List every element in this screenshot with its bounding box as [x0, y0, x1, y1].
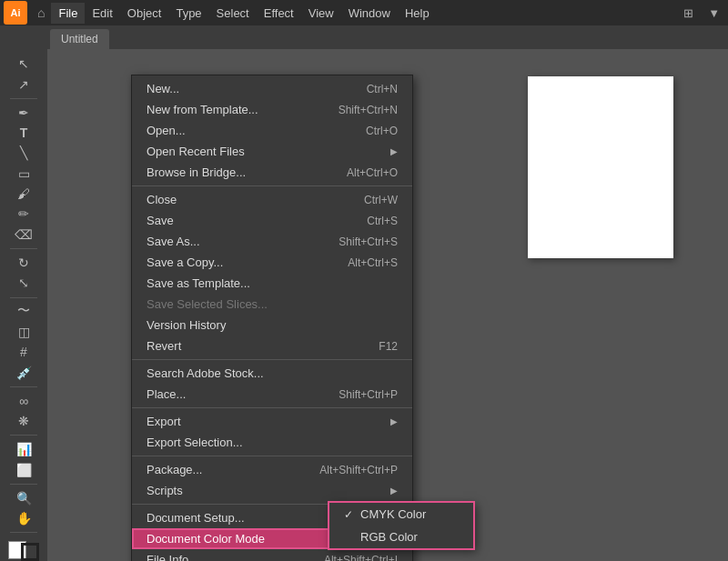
- toolbar: ↖ ↗ ✒ T ╲ ▭ 🖌 ✏ ⌫ ↻ ⤡ 〜 ◫ # 💉 ∞ ❋ 📊 ⬜ 🔍 …: [0, 49, 47, 561]
- menu-save-copy[interactable]: Save a Copy... Alt+Ctrl+S: [132, 252, 412, 273]
- menu-revert-label: Revert: [147, 339, 181, 353]
- menu-save-template[interactable]: Save as Template...: [132, 273, 412, 294]
- tool-separator-3: [10, 297, 37, 298]
- line-tool[interactable]: ╲: [8, 144, 39, 162]
- tool-separator-1: [10, 98, 37, 99]
- menu-open-recent-label: Open Recent Files: [147, 145, 245, 158]
- submenu-rgb[interactable]: ✓ RGB Color: [329, 526, 473, 548]
- menu-place-label: Place...: [147, 387, 186, 401]
- menu-save-selected-slices: Save Selected Slices...: [132, 294, 412, 315]
- grid-icon[interactable]: ⊞: [679, 5, 698, 22]
- menu-group-stock: Search Adobe Stock... Place... Shift+Ctr…: [132, 360, 412, 408]
- artboard-tool[interactable]: ⬜: [8, 460, 39, 478]
- eraser-tool[interactable]: ⌫: [8, 225, 39, 244]
- menu-export-selection[interactable]: Export Selection...: [132, 432, 412, 453]
- rect-tool[interactable]: ▭: [8, 165, 39, 183]
- eyedropper-tool[interactable]: 💉: [8, 363, 39, 381]
- menu-package-label: Package...: [147, 463, 202, 476]
- document-tab[interactable]: Untitled: [50, 29, 109, 49]
- color-boxes[interactable]: [8, 541, 39, 561]
- mesh-tool[interactable]: #: [8, 343, 39, 361]
- menu-export-label: Export: [147, 415, 181, 428]
- menu-scripts[interactable]: Scripts ▶: [132, 480, 412, 501]
- menu-view[interactable]: View: [301, 3, 341, 24]
- hand-tool[interactable]: ✋: [8, 509, 39, 527]
- menu-close[interactable]: Close Ctrl+W: [132, 189, 412, 210]
- chevron-down-icon[interactable]: ▼: [703, 5, 724, 22]
- symbol-tool[interactable]: ❋: [8, 412, 39, 430]
- menu-file-info[interactable]: File Info... Alt+Shift+Ctrl+I: [132, 549, 412, 561]
- paintbrush-tool[interactable]: 🖌: [8, 185, 39, 203]
- menu-group-export: Export ▶ Export Selection...: [132, 408, 412, 456]
- ai-logo: Ai: [4, 1, 27, 25]
- zoom-tool[interactable]: 🔍: [8, 489, 39, 507]
- menu-save[interactable]: Save Ctrl+S: [132, 210, 412, 231]
- menu-save-as-label: Save As...: [147, 235, 200, 248]
- menu-edit[interactable]: Edit: [85, 3, 119, 24]
- menu-bar: Ai ⌂ File Edit Object Type Select Effect…: [0, 0, 728, 25]
- menu-new-label: New...: [147, 82, 179, 95]
- submenu-rgb-label: RGB Color: [360, 530, 418, 544]
- menu-open[interactable]: Open... Ctrl+O: [132, 120, 412, 141]
- menu-group-new: New... Ctrl+N New from Template... Shift…: [132, 75, 412, 186]
- menu-browse-bridge[interactable]: Browse in Bridge... Alt+Ctrl+O: [132, 162, 412, 183]
- home-icon[interactable]: ⌂: [33, 4, 49, 22]
- menu-items: File Edit Object Type Select Effect View…: [51, 3, 436, 24]
- menu-new[interactable]: New... Ctrl+N: [132, 78, 412, 99]
- menu-close-shortcut: Ctrl+W: [364, 194, 398, 206]
- menu-browse-bridge-shortcut: Alt+Ctrl+O: [347, 166, 398, 179]
- menu-version-history[interactable]: Version History: [132, 315, 412, 336]
- menu-new-from-template[interactable]: New from Template... Shift+Ctrl+N: [132, 99, 412, 120]
- menu-package[interactable]: Package... Alt+Shift+Ctrl+P: [132, 459, 412, 480]
- submenu-cmyk[interactable]: ✓ CMYK Color: [329, 503, 473, 526]
- tool-separator-6: [10, 484, 37, 485]
- menu-save-as[interactable]: Save As... Shift+Ctrl+S: [132, 231, 412, 252]
- menu-search-stock[interactable]: Search Adobe Stock...: [132, 363, 412, 384]
- artboard: [528, 76, 673, 258]
- select-tool[interactable]: ↖: [8, 55, 39, 73]
- menu-help[interactable]: Help: [398, 3, 437, 24]
- menu-file[interactable]: File: [51, 3, 85, 24]
- color-mode-submenu: ✓ CMYK Color ✓ RGB Color: [329, 502, 474, 549]
- menu-package-shortcut: Alt+Shift+Ctrl+P: [319, 464, 398, 476]
- direct-select-tool[interactable]: ↗: [8, 75, 39, 93]
- menu-new-from-template-label: New from Template...: [147, 103, 258, 116]
- menu-document-color-mode-label: Document Color Mode: [147, 532, 265, 546]
- scale-tool[interactable]: ⤡: [8, 274, 39, 292]
- submenu-cmyk-label: CMYK Color: [360, 507, 426, 521]
- tool-separator-4: [10, 386, 37, 387]
- main-area: ↖ ↗ ✒ T ╲ ▭ 🖌 ✏ ⌫ ↻ ⤡ 〜 ◫ # 💉 ∞ ❋ 📊 ⬜ 🔍 …: [0, 49, 728, 561]
- menu-object[interactable]: Object: [120, 3, 169, 24]
- menu-scripts-label: Scripts: [147, 484, 183, 497]
- rotate-tool[interactable]: ↻: [8, 254, 39, 272]
- menu-export[interactable]: Export ▶: [132, 411, 412, 432]
- menu-open-recent-arrow: ▶: [390, 146, 398, 156]
- menu-effect[interactable]: Effect: [257, 3, 301, 24]
- stroke-color[interactable]: [21, 543, 39, 561]
- menu-revert-shortcut: F12: [379, 340, 398, 353]
- menu-revert[interactable]: Revert F12: [132, 336, 412, 356]
- menu-export-selection-label: Export Selection...: [147, 436, 243, 449]
- menu-select[interactable]: Select: [209, 3, 257, 24]
- menu-new-shortcut: Ctrl+N: [367, 83, 398, 95]
- menu-place[interactable]: Place... Shift+Ctrl+P: [132, 384, 412, 405]
- menu-open-recent[interactable]: Open Recent Files ▶: [132, 141, 412, 162]
- pencil-tool[interactable]: ✏: [8, 205, 39, 223]
- menu-scripts-arrow: ▶: [390, 486, 398, 496]
- menu-save-selected-slices-label: Save Selected Slices...: [147, 297, 268, 311]
- graph-tool[interactable]: 📊: [8, 440, 39, 458]
- menu-version-history-label: Version History: [147, 318, 226, 332]
- canvas-area: New... Ctrl+N New from Template... Shift…: [47, 49, 728, 561]
- gradient-tool[interactable]: ◫: [8, 323, 39, 341]
- pen-tool[interactable]: ✒: [8, 104, 39, 122]
- blend-tool[interactable]: ∞: [8, 392, 39, 410]
- warp-tool[interactable]: 〜: [8, 302, 39, 320]
- tool-separator-7: [10, 532, 37, 533]
- menu-open-label: Open...: [147, 124, 186, 137]
- menu-type[interactable]: Type: [168, 3, 208, 24]
- type-tool[interactable]: T: [8, 124, 39, 142]
- tool-separator-2: [10, 248, 37, 249]
- menu-window[interactable]: Window: [341, 3, 398, 24]
- menu-save-shortcut: Ctrl+S: [367, 215, 398, 227]
- menu-document-setup-label: Document Setup...: [147, 511, 245, 525]
